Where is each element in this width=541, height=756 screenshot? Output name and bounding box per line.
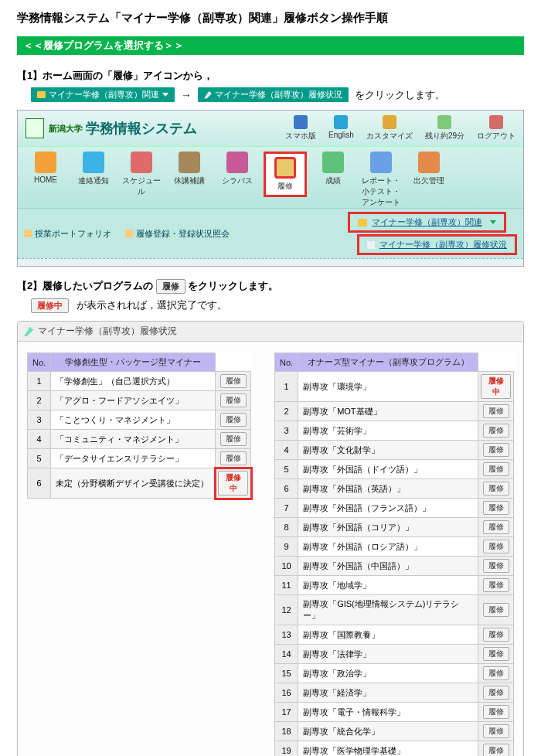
- nav-item[interactable]: スケジュール: [120, 152, 163, 197]
- cell-name: 「コミュニティ・マネジメント」: [51, 430, 216, 449]
- register-button[interactable]: 履修: [483, 724, 509, 738]
- register-button[interactable]: 履修: [220, 374, 247, 388]
- cell-name: 副専攻「統合化学」: [298, 722, 478, 741]
- register-button[interactable]: 履修: [483, 603, 509, 617]
- nav-item[interactable]: HOME: [24, 152, 67, 184]
- cell-name: 副専攻「外国語（コリア）」: [298, 518, 478, 537]
- nav-item[interactable]: 休講補講: [168, 152, 211, 186]
- top-tool[interactable]: 残り約29分: [425, 115, 464, 141]
- cell-no: 2: [28, 391, 51, 410]
- chip-label: マイナー学修（副専攻）履修状況: [215, 89, 342, 100]
- register-button[interactable]: 履修: [483, 705, 509, 719]
- page-title: 学務情報システム「マイナー学修（副専攻）関連」履修ボタン操作手順: [17, 11, 524, 26]
- dropdown-icon: [162, 93, 168, 97]
- nav-icon: [226, 152, 248, 173]
- register-button[interactable]: 履修: [483, 404, 509, 418]
- cell-no: 5: [275, 460, 298, 479]
- dropdown-label: マイナー学修（副専攻）履修状況: [379, 239, 507, 250]
- cell-no: 3: [275, 421, 298, 441]
- subbar-portfolio[interactable]: 授業ポートフォリオ: [24, 228, 111, 240]
- nav-item[interactable]: 成績: [311, 152, 355, 186]
- register-button[interactable]: 履修: [483, 424, 509, 438]
- cell-no: 15: [275, 664, 298, 683]
- register-button[interactable]: 履修: [483, 744, 509, 756]
- register-button[interactable]: 履修: [483, 686, 509, 700]
- register-button[interactable]: 履修: [220, 451, 247, 465]
- nav-icon: [418, 152, 440, 173]
- register-button[interactable]: 履修: [483, 647, 509, 661]
- cell-button: 履修: [478, 479, 514, 499]
- top-tool[interactable]: カスタマイズ: [366, 115, 413, 141]
- system-screenshot: 新潟大学 学務情報システム スマホ版Englishカスタマイズ残り約29分ログア…: [17, 110, 524, 267]
- cell-button: 履修: [478, 683, 514, 703]
- cell-name: 「学修創生」（自己選択方式）: [51, 372, 216, 391]
- nav-label: 連絡通知: [78, 175, 109, 186]
- register-button[interactable]: 履修: [483, 666, 509, 680]
- table-row: 18副専攻「統合化学」履修: [275, 722, 514, 741]
- top-tool[interactable]: ログアウト: [477, 115, 515, 141]
- cell-button: 履修: [478, 460, 514, 479]
- nav-item[interactable]: シラバス: [216, 152, 259, 186]
- register-button[interactable]: 履修: [220, 393, 247, 407]
- dropdown-minor-related[interactable]: マイナー学修（副専攻）関連: [348, 212, 506, 233]
- cell-button: 履修: [478, 645, 514, 664]
- register-button[interactable]: 履修: [483, 578, 509, 592]
- cell-button: 履修: [478, 441, 514, 460]
- register-button[interactable]: 履修: [483, 482, 509, 495]
- register-button[interactable]: 履修: [483, 443, 509, 457]
- dropdown-minor-status[interactable]: マイナー学修（副専攻）履修状況: [357, 234, 517, 255]
- cell-name: 副専攻「外国語（中国語）」: [298, 557, 478, 576]
- status-panel: マイナー学修（副専攻）履修状況 No. 学修創生型・パッケージ型マイナー 1「学…: [17, 321, 524, 756]
- subbar-registration[interactable]: 履修登録・登録状況照会: [125, 228, 230, 240]
- cell-button: 履修: [478, 625, 514, 645]
- nav-icon: [322, 152, 344, 173]
- chip-minor-status: マイナー学修（副専攻）履修状況: [198, 87, 349, 102]
- nav-label: 休講補講: [174, 175, 205, 186]
- register-button[interactable]: 履修: [220, 413, 247, 427]
- nav-icon: [83, 152, 104, 173]
- cell-name: 副専攻「国際教養」: [298, 625, 478, 645]
- register-button[interactable]: 履修: [483, 559, 509, 573]
- registered-button[interactable]: 履修中: [481, 374, 511, 399]
- nav-item[interactable]: レポート・小テスト・アンケート: [359, 152, 403, 208]
- nav-item[interactable]: 連絡通知: [72, 152, 115, 186]
- nav-item[interactable]: 履修: [264, 152, 307, 197]
- cell-button: 履修: [478, 518, 514, 537]
- table-row: 7副専攻「外国語（フランス語）」履修: [275, 499, 514, 518]
- system-name: 学務情報システム: [86, 119, 197, 138]
- right-table: No. オナーズ型マイナー（副専攻プログラム） 1副専攻「環境学」履修中2副専攻…: [274, 352, 514, 756]
- university-name: 新潟大学: [49, 123, 83, 135]
- tool-label: 残り約29分: [425, 131, 464, 141]
- tool-icon: [383, 115, 396, 129]
- cell-name: 副専攻「経済学」: [298, 683, 478, 703]
- register-button[interactable]: 履修: [483, 501, 509, 515]
- cell-name: 副専攻「医学物理学基礎」: [298, 741, 478, 756]
- nav-item[interactable]: 出欠管理: [407, 152, 451, 186]
- registered-button[interactable]: 履修中: [218, 471, 248, 495]
- pencil-icon: [204, 91, 212, 99]
- sub-bar: 授業ポートフォリオ 履修登録・登録状況照会 マイナー学修（副専攻）関連 マイナー…: [18, 209, 523, 258]
- nav-label: 履修: [277, 181, 293, 192]
- col-right-name: オナーズ型マイナー（副専攻プログラム）: [298, 353, 478, 372]
- table-row: 11副専攻「地域学」履修: [275, 576, 514, 595]
- register-button[interactable]: 履修: [483, 628, 509, 642]
- panel-header: マイナー学修（副専攻）履修状況: [18, 322, 523, 342]
- folder-icon: [358, 219, 367, 226]
- panel-title: マイナー学修（副専攻）履修状況: [38, 325, 177, 338]
- table-row: 3副専攻「芸術学」履修: [275, 421, 514, 441]
- nav-label: 成績: [325, 175, 341, 186]
- col-left-name: 学修創生型・パッケージ型マイナー: [51, 353, 216, 372]
- cell-name: 副専攻「外国語（ロシア語）」: [298, 537, 478, 557]
- register-button[interactable]: 履修: [483, 540, 509, 553]
- cell-name: 副専攻「外国語（英語）」: [298, 479, 478, 499]
- register-button[interactable]: 履修: [483, 520, 509, 534]
- register-button[interactable]: 履修: [220, 432, 247, 446]
- top-tool[interactable]: スマホ版: [285, 115, 316, 141]
- table-row: 15副専攻「政治学」履修: [275, 664, 514, 683]
- table-row: 16副専攻「経済学」履修: [275, 683, 514, 703]
- nav-label: スケジュール: [120, 175, 163, 197]
- register-button[interactable]: 履修: [483, 462, 509, 476]
- top-tool[interactable]: English: [328, 115, 354, 141]
- pencil-icon: [24, 327, 33, 336]
- cell-name: 副専攻「芸術学」: [298, 421, 478, 441]
